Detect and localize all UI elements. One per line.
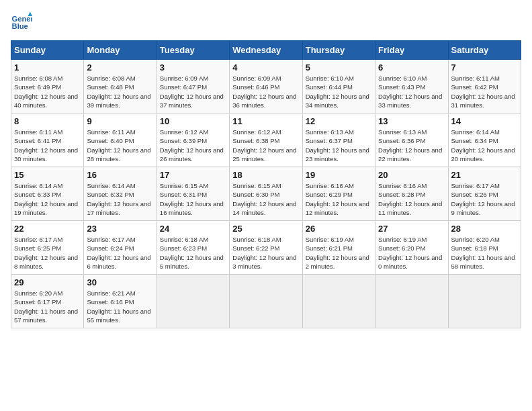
day-number: 20: [378, 170, 445, 180]
day-info: Sunrise: 6:15 AMSunset: 6:30 PMDaylight:…: [232, 181, 299, 217]
logo-icon: General Blue: [11, 11, 32, 32]
calendar-day: 11Sunrise: 6:12 AMSunset: 6:38 PMDayligh…: [230, 113, 302, 167]
calendar-day: 10Sunrise: 6:12 AMSunset: 6:39 PMDayligh…: [157, 113, 229, 167]
day-info: Sunrise: 6:14 AMSunset: 6:34 PMDaylight:…: [451, 128, 518, 163]
day-number: 27: [378, 224, 445, 234]
day-number: 22: [14, 224, 81, 234]
day-number: 5: [306, 62, 372, 73]
day-number: 14: [451, 116, 518, 126]
logo: General Blue: [11, 11, 35, 32]
calendar-day: 4Sunrise: 6:09 AMSunset: 6:46 PMDaylight…: [230, 60, 302, 113]
day-info: Sunrise: 6:13 AMSunset: 6:37 PMDaylight:…: [306, 128, 372, 163]
weekday-header-monday: Monday: [84, 41, 157, 60]
calendar-day: 25Sunrise: 6:18 AMSunset: 6:22 PMDayligh…: [230, 221, 302, 275]
day-info: Sunrise: 6:11 AMSunset: 6:41 PMDaylight:…: [14, 128, 81, 163]
calendar-day: [375, 275, 448, 328]
calendar-day: 14Sunrise: 6:14 AMSunset: 6:34 PMDayligh…: [448, 113, 521, 167]
calendar-day: 5Sunrise: 6:10 AMSunset: 6:44 PMDaylight…: [302, 60, 375, 113]
day-number: 17: [160, 170, 226, 180]
day-number: 11: [232, 116, 299, 126]
svg-text:Blue: Blue: [12, 22, 28, 30]
day-info: Sunrise: 6:14 AMSunset: 6:32 PMDaylight:…: [87, 181, 153, 217]
day-info: Sunrise: 6:21 AMSunset: 6:16 PMDaylight:…: [87, 289, 153, 324]
day-info: Sunrise: 6:16 AMSunset: 6:29 PMDaylight:…: [306, 181, 372, 217]
day-number: 9: [87, 116, 153, 126]
calendar-day: 7Sunrise: 6:11 AMSunset: 6:42 PMDaylight…: [448, 60, 521, 113]
calendar-day: 23Sunrise: 6:17 AMSunset: 6:24 PMDayligh…: [84, 221, 157, 275]
day-number: 3: [160, 62, 226, 73]
calendar-day: 18Sunrise: 6:15 AMSunset: 6:30 PMDayligh…: [230, 167, 302, 221]
calendar-day: 2Sunrise: 6:08 AMSunset: 6:48 PMDaylight…: [84, 60, 157, 113]
day-info: Sunrise: 6:17 AMSunset: 6:25 PMDaylight:…: [14, 235, 81, 271]
calendar-day: [448, 275, 521, 328]
day-info: Sunrise: 6:12 AMSunset: 6:38 PMDaylight:…: [232, 128, 299, 163]
day-number: 24: [160, 224, 226, 234]
day-info: Sunrise: 6:13 AMSunset: 6:36 PMDaylight:…: [378, 128, 445, 163]
calendar-day: 8Sunrise: 6:11 AMSunset: 6:41 PMDaylight…: [11, 113, 84, 167]
calendar-day: 19Sunrise: 6:16 AMSunset: 6:29 PMDayligh…: [302, 167, 375, 221]
calendar-day: 22Sunrise: 6:17 AMSunset: 6:25 PMDayligh…: [11, 221, 84, 275]
calendar-day: 9Sunrise: 6:11 AMSunset: 6:40 PMDaylight…: [84, 113, 157, 167]
calendar-day: [230, 275, 302, 328]
day-info: Sunrise: 6:10 AMSunset: 6:44 PMDaylight:…: [306, 74, 372, 109]
svg-marker-2: [28, 12, 32, 16]
calendar-week-4: 22Sunrise: 6:17 AMSunset: 6:25 PMDayligh…: [11, 221, 521, 275]
day-number: 29: [14, 277, 81, 287]
day-number: 30: [87, 277, 153, 287]
calendar-day: [157, 275, 229, 328]
day-info: Sunrise: 6:09 AMSunset: 6:46 PMDaylight:…: [232, 74, 299, 109]
day-info: Sunrise: 6:18 AMSunset: 6:22 PMDaylight:…: [232, 235, 299, 271]
calendar-table: SundayMondayTuesdayWednesdayThursdayFrid…: [11, 40, 521, 328]
weekday-header-row: SundayMondayTuesdayWednesdayThursdayFrid…: [11, 41, 521, 60]
day-number: 28: [451, 224, 518, 234]
day-info: Sunrise: 6:15 AMSunset: 6:31 PMDaylight:…: [160, 181, 226, 217]
day-info: Sunrise: 6:17 AMSunset: 6:24 PMDaylight:…: [87, 235, 153, 271]
day-number: 16: [87, 170, 153, 180]
day-number: 10: [160, 116, 226, 126]
day-info: Sunrise: 6:11 AMSunset: 6:42 PMDaylight:…: [451, 74, 518, 109]
day-info: Sunrise: 6:11 AMSunset: 6:40 PMDaylight:…: [87, 128, 153, 163]
day-number: 26: [306, 224, 372, 234]
calendar-day: 20Sunrise: 6:16 AMSunset: 6:28 PMDayligh…: [375, 167, 448, 221]
calendar-week-5: 29Sunrise: 6:20 AMSunset: 6:17 PMDayligh…: [11, 275, 521, 328]
day-number: 4: [232, 62, 299, 73]
day-info: Sunrise: 6:09 AMSunset: 6:47 PMDaylight:…: [160, 74, 226, 109]
day-number: 12: [306, 116, 372, 126]
calendar-day: 6Sunrise: 6:10 AMSunset: 6:43 PMDaylight…: [375, 60, 448, 113]
day-number: 8: [14, 116, 81, 126]
day-info: Sunrise: 6:19 AMSunset: 6:21 PMDaylight:…: [306, 235, 372, 271]
weekday-header-friday: Friday: [375, 41, 448, 60]
day-info: Sunrise: 6:16 AMSunset: 6:28 PMDaylight:…: [378, 181, 445, 217]
calendar-day: 26Sunrise: 6:19 AMSunset: 6:21 PMDayligh…: [302, 221, 375, 275]
calendar-day: 1Sunrise: 6:08 AMSunset: 6:49 PMDaylight…: [11, 60, 84, 113]
calendar-day: 3Sunrise: 6:09 AMSunset: 6:47 PMDaylight…: [157, 60, 229, 113]
calendar-day: 21Sunrise: 6:17 AMSunset: 6:26 PMDayligh…: [448, 167, 521, 221]
day-info: Sunrise: 6:08 AMSunset: 6:49 PMDaylight:…: [14, 74, 81, 109]
calendar-day: 30Sunrise: 6:21 AMSunset: 6:16 PMDayligh…: [84, 275, 157, 328]
calendar-day: 29Sunrise: 6:20 AMSunset: 6:17 PMDayligh…: [11, 275, 84, 328]
calendar-week-1: 1Sunrise: 6:08 AMSunset: 6:49 PMDaylight…: [11, 60, 521, 113]
calendar-day: 24Sunrise: 6:18 AMSunset: 6:23 PMDayligh…: [157, 221, 229, 275]
day-number: 6: [378, 62, 445, 73]
day-number: 13: [378, 116, 445, 126]
day-number: 7: [451, 62, 518, 73]
weekday-header-wednesday: Wednesday: [230, 41, 302, 60]
calendar-day: 16Sunrise: 6:14 AMSunset: 6:32 PMDayligh…: [84, 167, 157, 221]
calendar-day: 15Sunrise: 6:14 AMSunset: 6:33 PMDayligh…: [11, 167, 84, 221]
weekday-header-tuesday: Tuesday: [157, 41, 229, 60]
calendar-day: 12Sunrise: 6:13 AMSunset: 6:37 PMDayligh…: [302, 113, 375, 167]
calendar-day: 13Sunrise: 6:13 AMSunset: 6:36 PMDayligh…: [375, 113, 448, 167]
day-info: Sunrise: 6:12 AMSunset: 6:39 PMDaylight:…: [160, 128, 226, 163]
day-number: 1: [14, 62, 81, 73]
calendar-day: 28Sunrise: 6:20 AMSunset: 6:18 PMDayligh…: [448, 221, 521, 275]
day-info: Sunrise: 6:18 AMSunset: 6:23 PMDaylight:…: [160, 235, 226, 271]
day-number: 21: [451, 170, 518, 180]
calendar-day: 17Sunrise: 6:15 AMSunset: 6:31 PMDayligh…: [157, 167, 229, 221]
day-number: 2: [87, 62, 153, 73]
calendar-day: 27Sunrise: 6:19 AMSunset: 6:20 PMDayligh…: [375, 221, 448, 275]
day-info: Sunrise: 6:20 AMSunset: 6:18 PMDaylight:…: [451, 235, 518, 271]
weekday-header-thursday: Thursday: [302, 41, 375, 60]
day-info: Sunrise: 6:19 AMSunset: 6:20 PMDaylight:…: [378, 235, 445, 271]
weekday-header-saturday: Saturday: [448, 41, 521, 60]
day-number: 23: [87, 224, 153, 234]
